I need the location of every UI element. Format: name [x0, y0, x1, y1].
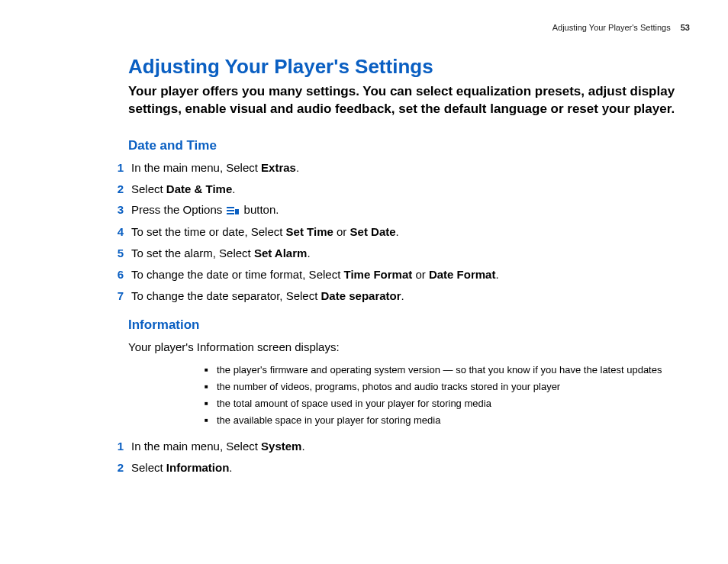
- step-row: 1 In the main menu, Select Extras.: [128, 160, 682, 176]
- step-text: In the main menu, Select System.: [131, 438, 682, 455]
- step-text: To change the date or time format, Selec…: [131, 266, 682, 283]
- step-number: 3: [107, 201, 124, 218]
- step-number: 5: [107, 245, 124, 262]
- bullet-icon: ■: [205, 397, 217, 411]
- list-item: ■the available space in your player for …: [205, 414, 682, 428]
- step-row: 3 Press the Options button.: [128, 201, 682, 219]
- step-row: 2 Select Information.: [128, 459, 682, 476]
- step-number: 7: [107, 288, 124, 305]
- step-row: 6 To change the date or time format, Sel…: [128, 266, 682, 283]
- bullet-list: ■the player's firmware and operating sys…: [205, 363, 682, 427]
- bullet-icon: ■: [205, 414, 217, 427]
- step-text: Select Date & Time.: [131, 181, 682, 198]
- step-text: Press the Options button.: [131, 201, 682, 219]
- svg-rect-1: [227, 210, 234, 211]
- step-number: 4: [107, 224, 124, 240]
- page-title: Adjusting Your Player's Settings: [128, 55, 682, 79]
- page-number: 53: [681, 23, 690, 32]
- bullet-icon: ■: [205, 380, 217, 394]
- step-text: To set the alarm, Select Set Alarm.: [131, 245, 682, 262]
- step-row: 1 In the main menu, Select System.: [128, 438, 682, 455]
- step-number: 2: [107, 459, 124, 476]
- step-row: 2 Select Date & Time.: [128, 181, 682, 198]
- step-text: To set the time or date, Select Set Time…: [131, 224, 682, 240]
- section-heading-information: Information: [128, 317, 682, 333]
- list-item: ■the player's firmware and operating sys…: [205, 363, 682, 378]
- step-row: 4 To set the time or date, Select Set Ti…: [128, 224, 682, 240]
- svg-rect-2: [227, 213, 234, 214]
- list-item: ■the total amount of space used in your …: [205, 397, 682, 411]
- running-title: Adjusting Your Player's Settings: [552, 23, 671, 32]
- step-text: In the main menu, Select Extras.: [131, 160, 682, 176]
- list-item: ■the number of videos, programs, photos …: [205, 380, 682, 395]
- info-lead: Your player's Information screen display…: [128, 339, 682, 356]
- step-row: 7 To change the date separator, Select D…: [128, 288, 682, 305]
- step-row: 5 To set the alarm, Select Set Alarm.: [128, 245, 682, 262]
- step-number: 6: [107, 266, 124, 283]
- step-text: To change the date separator, Select Dat…: [131, 288, 682, 305]
- step-number: 1: [107, 160, 124, 176]
- bullet-icon: ■: [205, 363, 217, 377]
- step-number: 2: [107, 181, 124, 198]
- svg-rect-0: [227, 207, 234, 208]
- intro-paragraph: Your player offers you many settings. Yo…: [128, 83, 682, 118]
- section-heading-date-time: Date and Time: [128, 138, 682, 153]
- step-text: Select Information.: [131, 459, 682, 476]
- svg-rect-3: [235, 209, 239, 214]
- step-number: 1: [107, 438, 124, 455]
- running-header: Adjusting Your Player's Settings 53: [46, 23, 690, 32]
- options-icon: [227, 203, 239, 220]
